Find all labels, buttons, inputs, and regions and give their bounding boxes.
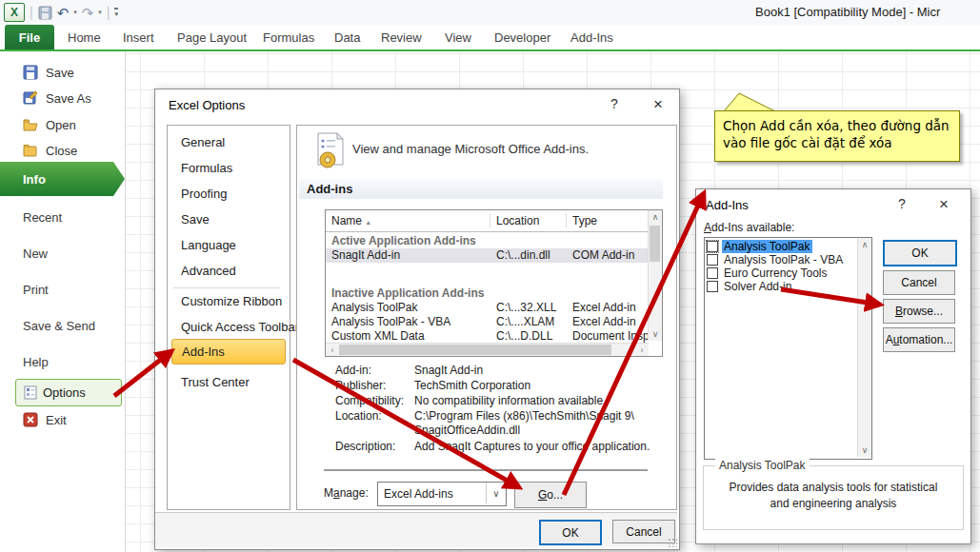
- backstage-item-print[interactable]: Print: [0, 280, 125, 299]
- backstage-item-new[interactable]: New: [0, 244, 125, 263]
- cancel-button[interactable]: Cancel: [612, 520, 675, 543]
- table-row-analysis-toolpak[interactable]: Analysis ToolPak C:\...32.XLL Excel Add-…: [326, 301, 649, 315]
- nav-general[interactable]: General: [181, 135, 225, 149]
- list-item-euro-currency-tools[interactable]: Euro Currency Tools: [707, 266, 855, 280]
- list-item-analysis-toolpak-vba[interactable]: Analysis ToolPak - VBA: [707, 253, 855, 266]
- help-icon[interactable]: ?: [605, 96, 624, 111]
- scroll-right-icon[interactable]: ›: [635, 344, 649, 357]
- backstage-sidebar: Save Save As Open Close Info Recent: [0, 51, 126, 552]
- detail-publisher-label: Publisher:: [335, 379, 386, 392]
- nav-proofing[interactable]: Proofing: [181, 187, 227, 201]
- chevron-down-icon[interactable]: ∨: [486, 483, 506, 503]
- checkbox[interactable]: [707, 267, 718, 279]
- backstage-item-save[interactable]: Save: [0, 63, 125, 82]
- divider: [324, 469, 648, 471]
- checkbox[interactable]: [707, 254, 718, 266]
- nav-add-ins-selected[interactable]: Add-Ins: [171, 339, 286, 365]
- open-folder-icon: [23, 117, 38, 132]
- list-item-analysis-toolpak[interactable]: Analysis ToolPak: [707, 240, 855, 253]
- ok-button[interactable]: OK: [883, 240, 957, 266]
- resize-grip[interactable]: [668, 538, 677, 547]
- close-icon[interactable]: ×: [649, 95, 668, 114]
- redo-dropdown-icon[interactable]: ▾: [98, 9, 102, 16]
- note-folded-corner: [720, 91, 779, 112]
- table-group-label: Active Application Add-ins: [326, 234, 649, 248]
- go-button[interactable]: Go...: [514, 482, 587, 508]
- excel-app-icon[interactable]: X: [4, 3, 25, 22]
- nav-language[interactable]: Language: [181, 238, 236, 252]
- tab-add-ins[interactable]: Add-Ins: [570, 30, 613, 45]
- nav-formulas[interactable]: Formulas: [181, 161, 232, 175]
- checkbox[interactable]: [707, 281, 718, 292]
- list-item-solver-add-in[interactable]: Solver Add-in: [707, 280, 855, 293]
- vertical-scrollbar[interactable]: ∧ ∨: [857, 238, 871, 457]
- backstage-item-save-and-send[interactable]: Save & Send: [0, 316, 125, 335]
- nav-customize-ribbon[interactable]: Customize Ribbon: [181, 294, 282, 308]
- table-row-snagit[interactable]: SnagIt Add-in C:\...din.dll COM Add-in: [326, 248, 649, 263]
- tab-page-layout[interactable]: Page Layout: [177, 30, 247, 45]
- backstage-item-exit[interactable]: Exit: [0, 410, 125, 429]
- nav-quick-access-toolbar[interactable]: Quick Access Toolbar: [181, 320, 299, 334]
- table-row-custom-xml-data[interactable]: Custom XML Data C:\...D.DLL Document Ins…: [326, 329, 649, 344]
- options-content-panel: View and manage Microsoft Office Add-ins…: [296, 125, 677, 510]
- scrollbar-thumb[interactable]: [339, 345, 611, 355]
- horizontal-scrollbar[interactable]: ‹ ›: [326, 343, 649, 357]
- table-group-label: Inactive Application Add-ins: [326, 286, 649, 301]
- tab-file[interactable]: File: [5, 25, 54, 49]
- backstage-item-save-as[interactable]: Save As: [0, 89, 125, 108]
- divider: [490, 213, 490, 228]
- scroll-left-icon[interactable]: ‹: [326, 344, 339, 357]
- scrollbar-thumb[interactable]: [650, 226, 660, 262]
- scroll-down-icon[interactable]: ∨: [649, 327, 662, 341]
- nav-save[interactable]: Save: [181, 212, 210, 227]
- backstage-item-recent[interactable]: Recent: [0, 207, 125, 227]
- tab-view[interactable]: View: [445, 30, 471, 45]
- undo-icon[interactable]: ↶: [57, 6, 70, 20]
- cancel-button[interactable]: Cancel: [883, 270, 955, 295]
- options-nav-panel: General Formulas Proofing Save Language …: [167, 125, 290, 510]
- group-box-text: Provides data analysis tools for statist…: [721, 480, 946, 512]
- tab-review[interactable]: Review: [381, 30, 422, 45]
- nav-advanced[interactable]: Advanced: [181, 264, 236, 278]
- customize-qat-icon[interactable]: ▾: [114, 8, 118, 17]
- scroll-up-icon[interactable]: ∧: [649, 210, 662, 224]
- backstage-item-help[interactable]: Help: [0, 352, 125, 371]
- tab-developer[interactable]: Developer: [494, 30, 550, 45]
- tab-formulas[interactable]: Formulas: [263, 30, 314, 45]
- vertical-scrollbar[interactable]: ∧ ∨: [648, 210, 662, 341]
- exit-icon: [23, 412, 38, 427]
- description-group-box: Analysis ToolPak Provides data analysis …: [703, 465, 964, 530]
- backstage-item-open[interactable]: Open: [0, 115, 125, 134]
- column-type[interactable]: Type: [572, 210, 597, 231]
- ok-button[interactable]: OK: [539, 520, 602, 545]
- manage-dropdown[interactable]: Excel Add-ins ∨: [377, 482, 507, 506]
- redo-icon[interactable]: ↷: [82, 6, 94, 20]
- save-icon[interactable]: [38, 6, 52, 20]
- browse-button[interactable]: Browse...: [883, 299, 955, 324]
- save-as-icon: [23, 90, 38, 106]
- scroll-down-icon[interactable]: ∨: [858, 444, 871, 457]
- nav-trust-center[interactable]: Trust Center: [181, 375, 250, 389]
- tab-data[interactable]: Data: [334, 30, 360, 45]
- backstage-item-close[interactable]: Close: [0, 141, 125, 160]
- table-row-analysis-toolpak-vba[interactable]: Analysis ToolPak - VBA C:\....XLAM Excel…: [326, 315, 649, 329]
- checkbox[interactable]: [707, 241, 718, 252]
- tab-insert[interactable]: Insert: [123, 30, 154, 45]
- backstage-item-info-selected[interactable]: Info: [0, 162, 125, 196]
- backstage-item-options[interactable]: Options: [15, 379, 122, 406]
- add-ins-dialog: Add-Ins ? × Add-Ins available: Analysis …: [695, 188, 971, 544]
- close-folder-icon: [23, 143, 38, 158]
- detail-compatibility-value: No compatibility information available: [414, 394, 603, 407]
- separator: |: [30, 5, 33, 20]
- column-location[interactable]: Location: [496, 210, 539, 231]
- divider: [173, 287, 280, 288]
- automation-button[interactable]: Automation...: [883, 327, 955, 352]
- close-icon[interactable]: ×: [934, 195, 953, 214]
- help-icon[interactable]: ?: [892, 196, 911, 211]
- addins-listbox[interactable]: Analysis ToolPak Analysis ToolPak - VBA …: [704, 237, 872, 460]
- scroll-up-icon[interactable]: ∧: [858, 238, 871, 251]
- detail-location-value: C:\Program Files (x86)\TechSmith\Snagit …: [414, 409, 634, 423]
- undo-dropdown-icon[interactable]: ▾: [73, 9, 77, 16]
- tab-home[interactable]: Home: [68, 30, 101, 45]
- column-name[interactable]: Name ▲: [331, 210, 371, 231]
